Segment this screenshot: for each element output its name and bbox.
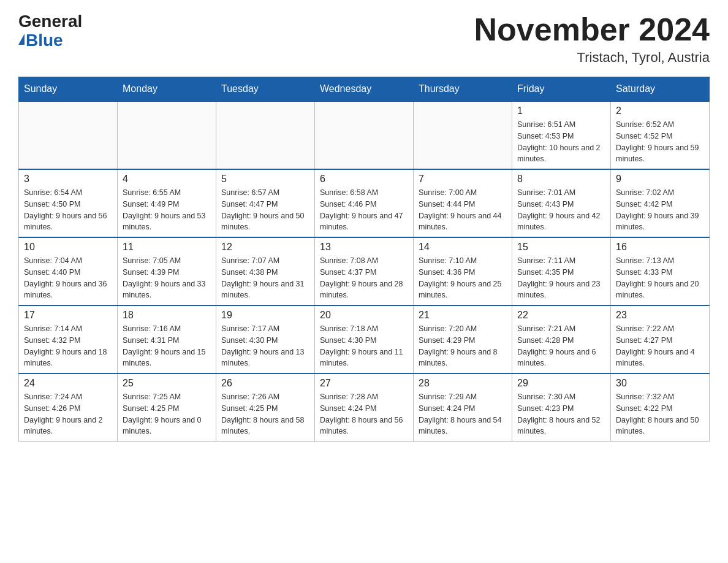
calendar-cell <box>118 101 216 169</box>
day-info: Sunrise: 6:55 AM Sunset: 4:49 PM Dayligh… <box>123 187 211 233</box>
calendar-cell: 28Sunrise: 7:29 AM Sunset: 4:24 PM Dayli… <box>414 373 512 442</box>
location-text: Tristach, Tyrol, Austria <box>474 50 710 66</box>
calendar-cell: 10Sunrise: 7:04 AM Sunset: 4:40 PM Dayli… <box>19 237 118 305</box>
day-info: Sunrise: 7:25 AM Sunset: 4:25 PM Dayligh… <box>123 391 211 437</box>
week-row-1: 1Sunrise: 6:51 AM Sunset: 4:53 PM Daylig… <box>19 101 710 169</box>
day-number: 26 <box>221 378 309 389</box>
calendar-cell <box>414 101 512 169</box>
day-number: 22 <box>517 310 605 321</box>
day-number: 1 <box>517 105 605 117</box>
calendar-table: SundayMondayTuesdayWednesdayThursdayFrid… <box>18 77 710 442</box>
day-info: Sunrise: 7:01 AM Sunset: 4:43 PM Dayligh… <box>517 187 605 233</box>
day-header-sunday: Sunday <box>19 77 118 102</box>
day-info: Sunrise: 7:04 AM Sunset: 4:40 PM Dayligh… <box>24 255 112 301</box>
calendar-cell: 17Sunrise: 7:14 AM Sunset: 4:32 PM Dayli… <box>19 305 118 373</box>
day-info: Sunrise: 7:32 AM Sunset: 4:22 PM Dayligh… <box>616 391 704 437</box>
day-number: 7 <box>419 174 507 185</box>
title-block: November 2024 Tristach, Tyrol, Austria <box>474 12 710 66</box>
day-number: 16 <box>616 242 704 253</box>
calendar-cell: 24Sunrise: 7:24 AM Sunset: 4:26 PM Dayli… <box>19 373 118 442</box>
day-info: Sunrise: 6:58 AM Sunset: 4:46 PM Dayligh… <box>320 187 408 233</box>
day-info: Sunrise: 6:54 AM Sunset: 4:50 PM Dayligh… <box>24 187 112 233</box>
day-info: Sunrise: 7:11 AM Sunset: 4:35 PM Dayligh… <box>517 255 605 301</box>
day-number: 2 <box>616 105 704 117</box>
day-info: Sunrise: 7:05 AM Sunset: 4:39 PM Dayligh… <box>123 255 211 301</box>
week-row-4: 17Sunrise: 7:14 AM Sunset: 4:32 PM Dayli… <box>19 305 710 373</box>
day-info: Sunrise: 6:52 AM Sunset: 4:52 PM Dayligh… <box>616 119 704 165</box>
calendar-cell: 16Sunrise: 7:13 AM Sunset: 4:33 PM Dayli… <box>611 237 710 305</box>
day-info: Sunrise: 7:00 AM Sunset: 4:44 PM Dayligh… <box>419 187 507 233</box>
day-number: 12 <box>221 242 309 253</box>
calendar-cell: 19Sunrise: 7:17 AM Sunset: 4:30 PM Dayli… <box>216 305 315 373</box>
day-number: 13 <box>320 242 408 253</box>
calendar-cell <box>216 101 315 169</box>
day-header-friday: Friday <box>512 77 611 102</box>
day-info: Sunrise: 7:26 AM Sunset: 4:25 PM Dayligh… <box>221 391 309 437</box>
day-number: 17 <box>24 310 112 321</box>
day-number: 30 <box>616 378 704 389</box>
calendar-cell: 15Sunrise: 7:11 AM Sunset: 4:35 PM Dayli… <box>512 237 611 305</box>
calendar-cell: 6Sunrise: 6:58 AM Sunset: 4:46 PM Daylig… <box>315 169 414 237</box>
day-header-wednesday: Wednesday <box>315 77 414 102</box>
calendar-cell: 21Sunrise: 7:20 AM Sunset: 4:29 PM Dayli… <box>414 305 512 373</box>
day-number: 5 <box>221 174 309 185</box>
day-number: 15 <box>517 242 605 253</box>
day-info: Sunrise: 7:10 AM Sunset: 4:36 PM Dayligh… <box>419 255 507 301</box>
calendar-cell: 14Sunrise: 7:10 AM Sunset: 4:36 PM Dayli… <box>414 237 512 305</box>
month-title: November 2024 <box>474 12 710 47</box>
day-header-tuesday: Tuesday <box>216 77 315 102</box>
calendar-cell: 20Sunrise: 7:18 AM Sunset: 4:30 PM Dayli… <box>315 305 414 373</box>
day-number: 28 <box>419 378 507 389</box>
day-number: 20 <box>320 310 408 321</box>
day-info: Sunrise: 6:57 AM Sunset: 4:47 PM Dayligh… <box>221 187 309 233</box>
day-info: Sunrise: 7:30 AM Sunset: 4:23 PM Dayligh… <box>517 391 605 437</box>
day-info: Sunrise: 7:16 AM Sunset: 4:31 PM Dayligh… <box>123 323 211 369</box>
day-header-thursday: Thursday <box>414 77 512 102</box>
day-info: Sunrise: 7:02 AM Sunset: 4:42 PM Dayligh… <box>616 187 704 233</box>
calendar-cell: 8Sunrise: 7:01 AM Sunset: 4:43 PM Daylig… <box>512 169 611 237</box>
day-number: 21 <box>419 310 507 321</box>
logo-blue-text: Blue <box>18 31 63 50</box>
day-info: Sunrise: 7:08 AM Sunset: 4:37 PM Dayligh… <box>320 255 408 301</box>
day-number: 24 <box>24 378 112 389</box>
day-number: 14 <box>419 242 507 253</box>
calendar-cell <box>19 101 118 169</box>
calendar-cell: 1Sunrise: 6:51 AM Sunset: 4:53 PM Daylig… <box>512 101 611 169</box>
day-info: Sunrise: 7:13 AM Sunset: 4:33 PM Dayligh… <box>616 255 704 301</box>
logo-general-text: General <box>18 12 82 31</box>
calendar-header-row: SundayMondayTuesdayWednesdayThursdayFrid… <box>19 77 710 102</box>
page-header: General Blue November 2024 Tristach, Tyr… <box>18 12 710 66</box>
day-info: Sunrise: 7:14 AM Sunset: 4:32 PM Dayligh… <box>24 323 112 369</box>
day-number: 4 <box>123 174 211 185</box>
day-number: 29 <box>517 378 605 389</box>
day-header-monday: Monday <box>118 77 216 102</box>
calendar-cell: 13Sunrise: 7:08 AM Sunset: 4:37 PM Dayli… <box>315 237 414 305</box>
calendar-cell: 4Sunrise: 6:55 AM Sunset: 4:49 PM Daylig… <box>118 169 216 237</box>
calendar-cell: 23Sunrise: 7:22 AM Sunset: 4:27 PM Dayli… <box>611 305 710 373</box>
calendar-cell: 12Sunrise: 7:07 AM Sunset: 4:38 PM Dayli… <box>216 237 315 305</box>
day-number: 19 <box>221 310 309 321</box>
day-info: Sunrise: 7:22 AM Sunset: 4:27 PM Dayligh… <box>616 323 704 369</box>
day-number: 9 <box>616 174 704 185</box>
day-number: 8 <box>517 174 605 185</box>
calendar-cell: 26Sunrise: 7:26 AM Sunset: 4:25 PM Dayli… <box>216 373 315 442</box>
day-info: Sunrise: 7:18 AM Sunset: 4:30 PM Dayligh… <box>320 323 408 369</box>
day-info: Sunrise: 7:07 AM Sunset: 4:38 PM Dayligh… <box>221 255 309 301</box>
calendar-cell: 27Sunrise: 7:28 AM Sunset: 4:24 PM Dayli… <box>315 373 414 442</box>
day-number: 18 <box>123 310 211 321</box>
logo: General Blue <box>18 12 82 50</box>
week-row-3: 10Sunrise: 7:04 AM Sunset: 4:40 PM Dayli… <box>19 237 710 305</box>
day-info: Sunrise: 6:51 AM Sunset: 4:53 PM Dayligh… <box>517 119 605 165</box>
day-info: Sunrise: 7:20 AM Sunset: 4:29 PM Dayligh… <box>419 323 507 369</box>
day-number: 6 <box>320 174 408 185</box>
calendar-cell: 22Sunrise: 7:21 AM Sunset: 4:28 PM Dayli… <box>512 305 611 373</box>
day-info: Sunrise: 7:28 AM Sunset: 4:24 PM Dayligh… <box>320 391 408 437</box>
logo-triangle-icon <box>18 34 25 45</box>
day-info: Sunrise: 7:24 AM Sunset: 4:26 PM Dayligh… <box>24 391 112 437</box>
calendar-cell: 3Sunrise: 6:54 AM Sunset: 4:50 PM Daylig… <box>19 169 118 237</box>
day-number: 11 <box>123 242 211 253</box>
calendar-cell: 25Sunrise: 7:25 AM Sunset: 4:25 PM Dayli… <box>118 373 216 442</box>
week-row-2: 3Sunrise: 6:54 AM Sunset: 4:50 PM Daylig… <box>19 169 710 237</box>
calendar-cell <box>315 101 414 169</box>
day-number: 25 <box>123 378 211 389</box>
